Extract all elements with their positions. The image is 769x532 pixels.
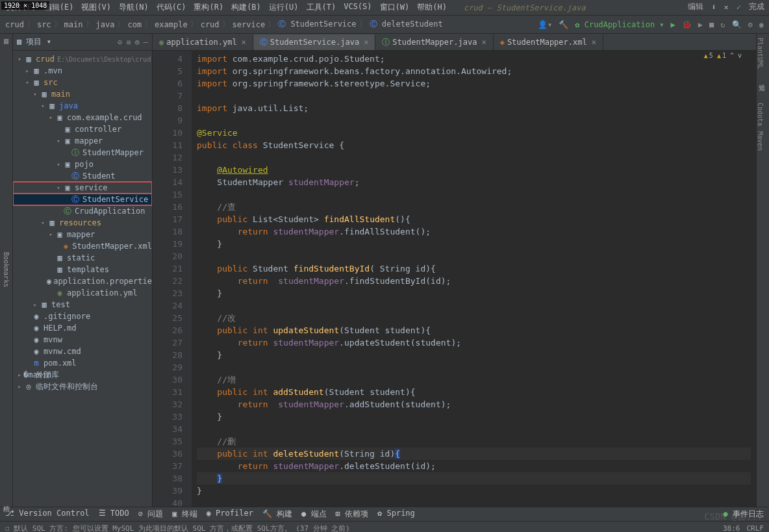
close-icon[interactable]: ✕	[722, 3, 731, 12]
editor-tab[interactable]: ⒸStudentService.java×	[253, 34, 376, 50]
menu-item[interactable]: 运行(U)	[265, 1, 303, 14]
nav-bar: crud〉src〉main〉java〉com〉example〉crud〉serv…	[0, 16, 769, 34]
breadcrumb-item[interactable]: java	[96, 20, 115, 29]
tree-row[interactable]: ▾▦src	[13, 77, 152, 88]
tree-row[interactable]: ▾▦resources	[13, 217, 152, 229]
tree-row[interactable]: ◉mvnw.cmd	[13, 346, 152, 357]
breadcrumb-item[interactable]: main	[64, 20, 83, 29]
user-icon[interactable]: 👤▾	[538, 20, 552, 29]
bottom-tool-button[interactable]: ✿ Spring	[377, 509, 415, 520]
tree-row[interactable]: ▾▦java	[13, 100, 152, 112]
right-tool-strip: PlantUML 通知 Codota Maven	[756, 34, 769, 507]
breadcrumb-item[interactable]: service	[233, 20, 266, 29]
editor-tab[interactable]: ⒾStudentMapper.java×	[375, 34, 493, 50]
codota-tool[interactable]: Codota	[757, 103, 764, 126]
line-gutter[interactable]: 4567891011121314151617181920212223242526…	[153, 51, 192, 507]
more-run-icon[interactable]: ▶	[698, 20, 703, 29]
editor-area: ◉application.yml×ⒸStudentService.java×ⒾS…	[153, 34, 756, 507]
tree-row[interactable]: ▦templates	[13, 264, 152, 275]
bookmarks-label[interactable]: Bookmarks	[3, 252, 10, 287]
check-icon[interactable]: ✓	[735, 3, 743, 12]
cursor-position: 38:6	[723, 524, 740, 532]
bottom-tool-button[interactable]: ● 端点	[301, 509, 326, 520]
tree-row[interactable]: ⒾStudentMapper	[13, 147, 152, 158]
project-tree[interactable]: ▾▦crudE:\Documets\Desktop\crud▸▦.mvn▾▦sr…	[13, 51, 152, 507]
tree-row[interactable]: ▾▣com.example.crud	[13, 112, 152, 123]
maven-tool[interactable]: Maven	[757, 131, 764, 151]
debug-icon[interactable]: 🐞	[682, 20, 692, 29]
bottom-tool-button[interactable]: ⊘ 问题	[138, 509, 163, 520]
stop-icon[interactable]: ■	[709, 20, 714, 29]
tree-row[interactable]: ◉.gitignore	[13, 310, 152, 322]
tree-row[interactable]: ◉mvnw	[13, 334, 152, 346]
bottom-tool-button[interactable]: ⎇ Version Control	[5, 509, 90, 520]
search-icon[interactable]: 🔍	[732, 20, 742, 29]
project-selector[interactable]: ▦ 项目 ▾	[17, 37, 51, 46]
tree-row[interactable]: ▾▣mapper	[13, 229, 152, 240]
menu-item[interactable]: 导航(N)	[115, 1, 153, 14]
menu-item[interactable]: 帮助(H)	[413, 1, 451, 14]
tree-row[interactable]: ◉application.yml	[13, 287, 152, 299]
done-label[interactable]: 完成	[747, 1, 766, 12]
tree-settings-icon[interactable]: ⚙	[135, 38, 140, 47]
expand-icon[interactable]: ≡	[126, 38, 131, 47]
editor-tab[interactable]: ◉application.yml×	[153, 34, 253, 50]
run-config-selector[interactable]: ✿ CrudApplication ▾	[575, 20, 664, 29]
tree-row[interactable]: ▾▦main	[13, 88, 152, 100]
edit-label[interactable]: 编辑	[686, 1, 705, 12]
tree-row[interactable]: ◉application.properties	[13, 275, 152, 287]
tree-row[interactable]: ▾▦crudE:\Documets\Desktop\crud	[13, 53, 152, 65]
line-sep[interactable]: CRLF	[747, 524, 764, 532]
tree-row[interactable]: ▸�masın外部库	[13, 369, 152, 381]
menu-item[interactable]: 构建(B)	[227, 1, 265, 14]
menu-item[interactable]: 工具(T)	[303, 1, 340, 14]
tree-row[interactable]: ▸◎临时文件和控制台	[13, 381, 152, 392]
tree-row[interactable]: ◉HELP.md	[13, 322, 152, 334]
sidebar-header: ▦ 项目 ▾ ⊖ ≡ ⚙ —	[13, 34, 152, 51]
plantuml-tool[interactable]: PlantUML	[757, 38, 764, 69]
bottom-tool-button[interactable]: 🔨 构建	[262, 509, 292, 520]
hide-icon[interactable]: —	[144, 38, 148, 47]
breadcrumb-item[interactable]: src	[37, 20, 51, 29]
tree-row[interactable]: ▾▣pojo	[13, 158, 152, 170]
breadcrumb-item[interactable]: com	[127, 20, 142, 29]
tree-row[interactable]: mpom.xml	[13, 357, 152, 369]
collapse-icon[interactable]: ⊖	[118, 38, 122, 47]
breadcrumb-item[interactable]: crud	[5, 20, 24, 29]
status-message: ☐ 默认 SQL 方言: 您可以设置 MySQL 为此项目的默认 SQL 方言，…	[5, 524, 350, 532]
bottom-tool-button[interactable]: ☰ TODO	[99, 509, 129, 520]
menu-item[interactable]: 窗口(W)	[376, 1, 414, 14]
breadcrumb-item[interactable]: Ⓒ StudentService	[278, 19, 356, 30]
tree-row[interactable]: ▾▣service	[13, 182, 152, 194]
bottom-tool-button[interactable]: ▣ 终端	[172, 509, 197, 520]
settings-icon[interactable]: ⚙	[748, 20, 753, 29]
breadcrumb: crud〉src〉main〉java〉com〉example〉crud〉serv…	[5, 19, 443, 30]
update-icon[interactable]: ↻	[720, 20, 725, 29]
breadcrumb-item[interactable]: Ⓒ deleteStudent	[370, 19, 443, 30]
project-tool-icon[interactable]: ▦	[4, 36, 8, 45]
tree-row[interactable]: ⒸStudentService	[13, 194, 152, 205]
menu-item[interactable]: VCS(S)	[340, 1, 375, 14]
tree-row[interactable]: ◈StudentMapper.xml	[13, 240, 152, 252]
build-icon[interactable]: 🔨	[559, 20, 568, 29]
tree-row[interactable]: ▾▣mapper	[13, 135, 152, 147]
breadcrumb-item[interactable]: example	[155, 20, 188, 29]
menu-item[interactable]: 代码(C)	[153, 1, 190, 14]
menu-item[interactable]: 重构(R)	[190, 1, 227, 14]
menu-item[interactable]: 视图(V)	[77, 1, 115, 14]
tree-row[interactable]: ▸▦test	[13, 299, 152, 310]
menu-bar: 文件(F)编辑(E)视图(V)导航(N)代码(C)重构(R)构建(B)运行(U)…	[0, 0, 769, 16]
tree-row[interactable]: ⒸCrudApplication	[13, 205, 152, 217]
avatar-icon[interactable]: ◉	[759, 20, 764, 29]
tree-row[interactable]: ▣controller	[13, 123, 152, 135]
editor-tab[interactable]: ◈StudentMapper.xml×	[494, 34, 603, 50]
bottom-tool-button[interactable]: ⊞ 依赖项	[336, 509, 368, 520]
breadcrumb-item[interactable]: crud	[201, 20, 220, 29]
code-editor[interactable]: import com.example.crud.pojo.Student;imp…	[192, 51, 756, 507]
run-icon[interactable]: ▶	[671, 20, 675, 29]
tree-row[interactable]: ▸▦.mvn	[13, 65, 152, 77]
bottom-tool-button[interactable]: ◉ Profiler	[207, 509, 253, 520]
tree-row[interactable]: ▦static	[13, 252, 152, 264]
tree-row[interactable]: ⒸStudent	[13, 170, 152, 182]
download-icon[interactable]: ⬇	[709, 3, 718, 12]
